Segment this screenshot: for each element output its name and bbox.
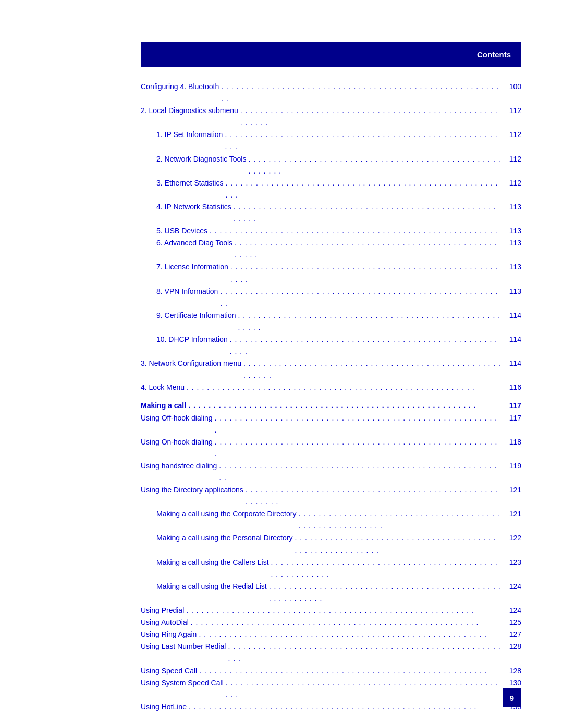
entry-text-ip-network-statistics: 4. IP Network Statistics [141,201,231,213]
entry-dots-making-a-call: . . . . . . . . . . . . . . . . . . . . … [188,400,501,412]
entry-text-making-call-personal: Making a call using the Personal Directo… [141,532,292,544]
toc-entry-license-information[interactable]: 7. License Information . . . . . . . . .… [141,261,521,285]
entry-page-certificate-information: 114 [503,310,521,322]
toc-entry-using-predial[interactable]: Using Predial . . . . . . . . . . . . . … [141,604,521,616]
toc-entry-making-a-call[interactable]: Making a call . . . . . . . . . . . . . … [141,400,521,412]
entry-text-making-call-corporate: Making a call using the Corporate Direct… [141,508,296,520]
entry-text-using-autodial: Using AutoDial [141,616,189,628]
entry-dots-using-system-speed-call: . . . . . . . . . . . . . . . . . . . . … [226,677,501,701]
entry-text-advanced-diag-tools: 6. Advanced Diag Tools [141,237,232,249]
toc-entry-using-directory-applications[interactable]: Using the Directory applications . . . .… [141,484,521,508]
toc-entry-using-speed-call[interactable]: Using Speed Call . . . . . . . . . . . .… [141,665,521,677]
header-title: Contents [477,50,511,59]
entry-text-using-off-hook: Using Off-hook dialing [141,412,212,424]
footer-box: 9 [503,688,521,707]
toc-entry-configuring-bluetooth[interactable]: Configuring 4. Bluetooth . . . . . . . .… [141,81,521,105]
entry-dots-license-information: . . . . . . . . . . . . . . . . . . . . … [230,261,501,285]
entry-dots-making-call-corporate: . . . . . . . . . . . . . . . . . . . . … [298,508,501,532]
entry-page-using-last-number: 128 [503,640,521,652]
entry-dots-using-autodial: . . . . . . . . . . . . . . . . . . . . … [191,616,501,628]
entry-page-using-off-hook: 117 [503,412,521,424]
entry-page-using-on-hook: 118 [503,436,521,448]
toc-entry-network-configuration-menu[interactable]: 3. Network Configuration menu . . . . . … [141,357,521,381]
toc-entry-local-diagnostics[interactable]: 2. Local Diagnostics submenu . . . . . .… [141,105,521,129]
entry-page-lock-menu: 116 [503,381,521,393]
entry-dots-ethernet-statistics: . . . . . . . . . . . . . . . . . . . . … [225,177,501,201]
toc-entry-using-system-speed-call[interactable]: Using System Speed Call . . . . . . . . … [141,677,521,701]
toc-entry-usb-devices[interactable]: 5. USB Devices . . . . . . . . . . . . .… [141,225,521,237]
entry-text-configuring-bluetooth: Configuring 4. Bluetooth [141,81,219,93]
entry-page-vpn-information: 113 [503,286,521,298]
entry-text-using-system-speed-call: Using System Speed Call [141,677,224,689]
toc-entry-making-call-redial[interactable]: Making a call using the Redial List . . … [141,581,521,604]
toc-entry-using-on-hook[interactable]: Using On-hook dialing . . . . . . . . . … [141,436,521,460]
entry-text-local-diagnostics: 2. Local Diagnostics submenu [141,105,238,117]
entry-page-network-configuration-menu: 114 [503,357,521,369]
entry-page-using-handsfree: 119 [503,460,521,472]
entry-page-ethernet-statistics: 112 [503,177,521,189]
header-bar: Contents [141,42,521,67]
entry-page-using-directory-applications: 121 [503,484,521,496]
entry-dots-making-call-personal: . . . . . . . . . . . . . . . . . . . . … [295,532,501,556]
entry-dots-using-ring-again: . . . . . . . . . . . . . . . . . . . . … [199,628,501,640]
entry-text-dhcp-information: 10. DHCP Information [141,334,228,346]
entry-text-using-predial: Using Predial [141,604,184,616]
entry-text-certificate-information: 9. Certificate Information [141,310,236,322]
entry-page-ip-set-information: 112 [503,129,521,141]
entry-page-local-diagnostics: 112 [503,105,521,117]
toc-entry-using-ring-again[interactable]: Using Ring Again . . . . . . . . . . . .… [141,628,521,640]
entry-page-making-a-call: 117 [503,400,521,412]
entry-dots-certificate-information: . . . . . . . . . . . . . . . . . . . . … [238,310,501,334]
toc-entry-dhcp-information[interactable]: 10. DHCP Information . . . . . . . . . .… [141,334,521,357]
entry-page-making-call-personal: 122 [503,532,521,544]
entry-page-using-autodial: 125 [503,616,521,628]
entry-text-using-hotline: Using HotLine [141,701,187,713]
entry-text-using-on-hook: Using On-hook dialing [141,436,213,448]
toc-entry-ip-set-information[interactable]: 1. IP Set Information . . . . . . . . . … [141,129,521,153]
entry-dots-ip-set-information: . . . . . . . . . . . . . . . . . . . . … [225,129,501,153]
entry-page-making-call-corporate: 121 [503,508,521,520]
toc-entry-ethernet-statistics[interactable]: 3. Ethernet Statistics . . . . . . . . .… [141,177,521,201]
toc-entry-using-handsfree[interactable]: Using handsfree dialing . . . . . . . . … [141,460,521,484]
toc-entry-certificate-information[interactable]: 9. Certificate Information . . . . . . .… [141,310,521,334]
entry-dots-making-call-redial: . . . . . . . . . . . . . . . . . . . . … [269,581,501,604]
toc-entry-making-call-corporate[interactable]: Making a call using the Corporate Direct… [141,508,521,532]
toc-entry-using-off-hook[interactable]: Using Off-hook dialing . . . . . . . . .… [141,412,521,436]
toc-entry-using-hotline[interactable]: Using HotLine . . . . . . . . . . . . . … [141,701,521,713]
entry-text-license-information: 7. License Information [141,261,228,273]
entry-dots-lock-menu: . . . . . . . . . . . . . . . . . . . . … [187,381,501,393]
entry-text-making-call-redial: Making a call using the Redial List [141,581,267,593]
entry-text-using-speed-call: Using Speed Call [141,665,197,677]
entry-dots-making-call-callers: . . . . . . . . . . . . . . . . . . . . … [271,557,501,581]
entry-page-advanced-diag-tools: 113 [503,237,521,249]
entry-dots-using-speed-call: . . . . . . . . . . . . . . . . . . . . … [199,665,501,677]
entry-text-making-call-callers: Making a call using the Callers List [141,557,269,569]
page-container: Contents Configuring 4. Bluetooth . . . … [0,0,563,728]
toc-entry-advanced-diag-tools[interactable]: 6. Advanced Diag Tools . . . . . . . . .… [141,237,521,261]
toc-entry-vpn-information[interactable]: 8. VPN Information . . . . . . . . . . .… [141,286,521,310]
toc-entry-using-autodial[interactable]: Using AutoDial . . . . . . . . . . . . .… [141,616,521,628]
entry-dots-using-hotline: . . . . . . . . . . . . . . . . . . . . … [189,701,501,713]
toc-entry-making-call-callers[interactable]: Making a call using the Callers List . .… [141,557,521,581]
entry-text-vpn-information: 8. VPN Information [141,286,218,298]
toc-entry-lock-menu[interactable]: 4. Lock Menu . . . . . . . . . . . . . .… [141,381,521,393]
entry-page-ip-network-statistics: 113 [503,201,521,213]
entry-text-making-a-call: Making a call [141,400,186,412]
entry-dots-ip-network-statistics: . . . . . . . . . . . . . . . . . . . . … [234,201,501,225]
entry-text-using-directory-applications: Using the Directory applications [141,484,243,496]
toc-entry-making-call-personal[interactable]: Making a call using the Personal Directo… [141,532,521,556]
entry-text-ethernet-statistics: 3. Ethernet Statistics [141,177,223,189]
entry-dots-using-predial: . . . . . . . . . . . . . . . . . . . . … [186,604,501,616]
entry-dots-using-directory-applications: . . . . . . . . . . . . . . . . . . . . … [246,484,501,508]
entry-dots-using-off-hook: . . . . . . . . . . . . . . . . . . . . … [214,412,501,436]
entry-page-making-call-redial: 124 [503,581,521,593]
toc-entry-ip-network-statistics[interactable]: 4. IP Network Statistics . . . . . . . .… [141,201,521,225]
toc-entry-using-last-number[interactable]: Using Last Number Redial . . . . . . . .… [141,640,521,664]
entry-page-usb-devices: 113 [503,225,521,237]
entry-page-using-predial: 124 [503,604,521,616]
toc-entry-network-diagnostic-tools[interactable]: 2. Network Diagnostic Tools . . . . . . … [141,153,521,177]
entry-page-making-call-callers: 123 [503,557,521,569]
entry-dots-using-on-hook: . . . . . . . . . . . . . . . . . . . . … [215,436,501,460]
entry-page-using-speed-call: 128 [503,665,521,677]
entry-page-license-information: 113 [503,261,521,273]
